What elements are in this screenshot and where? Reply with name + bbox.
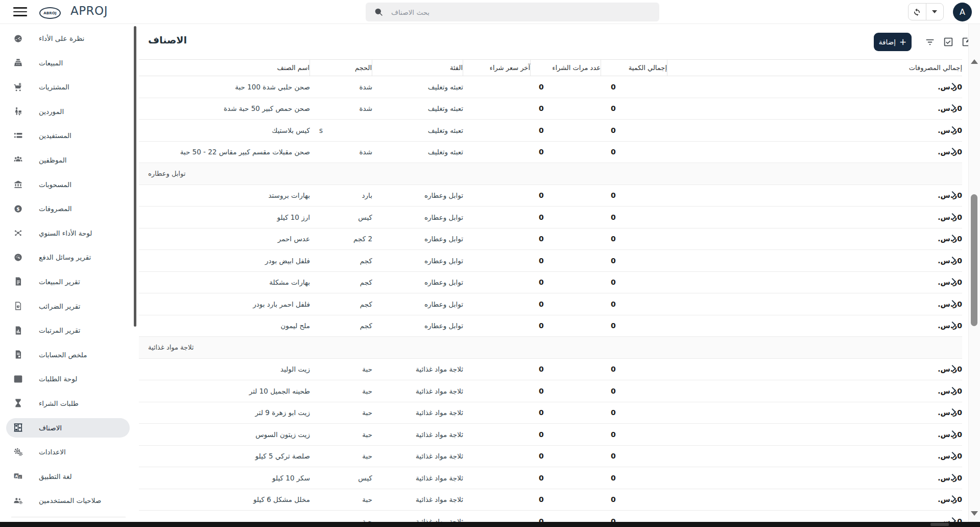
- cell-category: ثلاجة مواد غذائية: [372, 402, 463, 424]
- table-row[interactable]: ملح ليمونكجمتوابل وعطاره000ر.س.: [139, 315, 962, 337]
- sync-icon[interactable]: [909, 4, 926, 20]
- cell-item-name: سكر 10 كيلو: [139, 467, 310, 489]
- sidebar-item-chart-board[interactable]: لوحة الطلبات: [6, 369, 130, 388]
- table-row[interactable]: مخلل مشكل 6 كيلوحبةثلاجة مواد غذائية000ر…: [139, 489, 962, 511]
- menu-icon[interactable]: [13, 7, 27, 16]
- sidebar-item-gauge[interactable]: نظرة على الأداء: [6, 29, 130, 48]
- search-input[interactable]: [390, 8, 659, 17]
- table-row[interactable]: كيس بلاستيكsتعبئه وتغليف000ر.س.: [139, 120, 962, 142]
- page-scrollbar-thumb[interactable]: [971, 194, 977, 326]
- scroll-up-icon[interactable]: [971, 59, 978, 64]
- table-row[interactable]: طحينه الجميل 10 لترحبةثلاجة مواد غذائية0…: [139, 380, 962, 402]
- cell-item-name: زيت ابو زهرة 9 لتر: [139, 402, 310, 424]
- cell-total-quantity: 0: [601, 185, 667, 207]
- cell-category: ثلاجة مواد غذائية: [372, 446, 463, 467]
- sync-dropdown[interactable]: [926, 4, 944, 20]
- cell-purchase-count: 0: [531, 489, 601, 511]
- table-row[interactable]: بهارات بروستدباردتوابل وعطاره000ر.س.: [139, 185, 962, 207]
- table-row[interactable]: ارز 10 كيلوكيستوابل وعطاره000ر.س.: [139, 207, 962, 228]
- cell-size: شدة: [310, 98, 372, 120]
- sidebar-item-payment-gauge[interactable]: تقرير وسائل الدفع: [6, 247, 130, 267]
- cell-last-purchase-price: [463, 185, 531, 207]
- cell-category: تعبئه وتغليف: [372, 98, 463, 120]
- avatar[interactable]: A: [953, 3, 972, 21]
- sidebar-item-label: تقرير المرتبات: [39, 326, 80, 334]
- cell-last-purchase-price: [463, 424, 531, 445]
- table-row[interactable]: صحن مقبلات مقسم كبير مقاس 22 - 50 حبةشدة…: [139, 142, 962, 164]
- cell-purchase-count: 0: [531, 359, 601, 380]
- table-header: اسم الصنف الحجم الفئة آخر سعر شراء عدد م…: [139, 59, 962, 76]
- cell-item-name: مخلل مشكل 6 كيلو: [139, 489, 310, 511]
- cell-total-expenses: 0ر.س.: [667, 293, 962, 315]
- sidebar-item-doc-pie[interactable]: تقرير الضرائب: [6, 296, 130, 316]
- sidebar-item-money[interactable]: $المصروفات: [6, 199, 130, 218]
- table-row[interactable]: سكر 10 كيلوكيسثلاجة مواد غذائية000ر.س.: [139, 467, 962, 489]
- table-row[interactable]: زيت ابو زهرة 9 لترحبةثلاجة مواد غذائية00…: [139, 402, 962, 424]
- hub-icon: [13, 228, 23, 238]
- sidebar-item-hourglass[interactable]: طلبات الشراء: [6, 394, 130, 413]
- sidebar-item-users-gear[interactable]: صلاحيات المستخدمين: [6, 491, 130, 510]
- column-header-size: الحجم: [310, 60, 372, 76]
- table-row[interactable]: فلفل احمر بارد بودركجمتوابل وعطاره000ر.س…: [139, 293, 962, 315]
- sidebar-item-label: تقرير الضرائب: [39, 302, 80, 310]
- sidebar-item-cart[interactable]: المشتريات: [6, 77, 130, 97]
- table-row[interactable]: فلفل ابيض بودركجمتوابل وعطاره000ر.س.: [139, 250, 962, 272]
- column-header-total-expenses: إجمالي المصروفات: [667, 60, 962, 76]
- cell-purchase-count: 0: [531, 424, 601, 445]
- category-group-row: ثلاجة مواد غذائية: [139, 337, 962, 359]
- cell-size: كجم: [310, 293, 372, 315]
- checkbox-icon[interactable]: [943, 36, 954, 48]
- cell-item-name: عدس احمر: [139, 228, 310, 250]
- filter-icon[interactable]: [924, 36, 936, 48]
- abacus-icon: [13, 423, 23, 432]
- cell-size: حبة: [310, 489, 372, 511]
- table-row[interactable]: صلصة تركي 5 كيلوحبةثلاجة مواد غذائية000ر…: [139, 446, 962, 468]
- sidebar-item-employees[interactable]: الموظفين: [6, 150, 130, 170]
- cell-last-purchase-price: [463, 272, 531, 293]
- sync-button[interactable]: [908, 3, 944, 20]
- cell-total-expenses: 0ر.س.: [667, 250, 962, 271]
- sidebar-item-beneficiaries[interactable]: المستفيدين: [6, 126, 130, 145]
- cell-total-expenses: 0ر.س.: [667, 489, 962, 511]
- table-row[interactable]: عدس احمر2 كجمتوابل وعطاره000ر.س.: [139, 228, 962, 250]
- cell-total-quantity: 0: [601, 424, 667, 445]
- scroll-down-icon[interactable]: [971, 511, 978, 516]
- cell-category: ثلاجة مواد غذائية: [372, 467, 463, 489]
- table-row[interactable]: زيت زيتون السوسحبةثلاجة مواد غذائية000ر.…: [139, 424, 962, 446]
- cell-item-name: بهارات مشكلة: [139, 272, 310, 293]
- add-button[interactable]: إضافة +: [874, 33, 912, 51]
- bottom-bar-chip: [930, 523, 949, 526]
- search-bar[interactable]: [366, 3, 659, 21]
- gauge-icon: [13, 34, 23, 43]
- cell-total-expenses: 0ر.س.: [667, 142, 962, 163]
- sidebar-item-bank[interactable]: المسحوبات: [6, 175, 130, 194]
- cell-item-name: كيس بلاستيك: [139, 120, 310, 141]
- sidebar-item-hub[interactable]: لوحة الأداء السنوي: [6, 223, 130, 243]
- sidebar-item-doc-chart[interactable]: تقرير المرتبات: [6, 320, 130, 340]
- sidebar-item-gears[interactable]: الاعدادات: [6, 442, 130, 462]
- cell-purchase-count: 0: [531, 467, 601, 489]
- cell-purchase-count: 0: [531, 142, 601, 163]
- sidebar-item-label: لغة التطبيق: [39, 472, 72, 480]
- sidebar-item-cash-register[interactable]: المبيعات: [6, 53, 130, 73]
- cell-purchase-count: 0: [531, 315, 601, 337]
- sidebar-item-supplier[interactable]: الموردين: [6, 102, 130, 121]
- table-row[interactable]: صحن حلبي شدة 100 حبةشدةتعبئه وتغليف000ر.…: [139, 76, 962, 98]
- svg-text:ع: ع: [19, 475, 21, 479]
- cell-purchase-count: 0: [531, 185, 601, 207]
- table-row[interactable]: زيت الوليدحبةثلاجة مواد غذائية000ر.س.: [139, 359, 962, 381]
- page-scrollbar[interactable]: [968, 24, 980, 522]
- cell-total-quantity: 0: [601, 76, 667, 98]
- sidebar-item-translate[interactable]: Aعلغة التطبيق: [6, 467, 130, 486]
- sidebar-item-doc[interactable]: تقرير المبيعات: [6, 272, 130, 291]
- sidebar-scrollbar-thumb[interactable]: [134, 26, 136, 327]
- category-group-label: ثلاجة مواد غذائية: [148, 343, 194, 351]
- sidebar-item-doc-summary[interactable]: ملخص الحسابات: [6, 345, 130, 364]
- table-row[interactable]: صحن حمص كبير 50 حبة شدةشدةتعبئه وتغليف00…: [139, 98, 962, 120]
- table-row[interactable]: بهارات مشكلةكجمتوابل وعطاره000ر.س.: [139, 272, 962, 294]
- sidebar-item-abacus[interactable]: الاصناف: [6, 418, 130, 438]
- cell-last-purchase-price: [463, 402, 531, 424]
- chevron-down-icon: [932, 10, 937, 13]
- table-body: صحن حلبي شدة 100 حبةشدةتعبئه وتغليف000ر.…: [139, 76, 962, 527]
- cell-total-quantity: 0: [601, 207, 667, 228]
